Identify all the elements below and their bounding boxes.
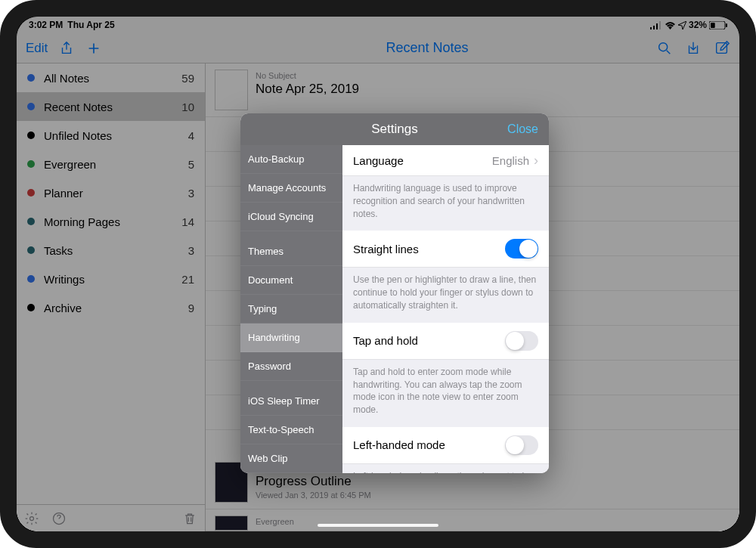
sidebar-item[interactable]: Evergreen5 (17, 150, 205, 178)
straight-lines-cell: Straight lines (342, 231, 549, 268)
svg-rect-1 (653, 26, 655, 29)
share-icon[interactable] (58, 40, 75, 57)
settings-nav-item[interactable]: Auto-Backup (240, 145, 342, 174)
status-date: Thu Apr 25 (67, 20, 114, 30)
cellular-icon (650, 21, 662, 29)
modal-header: Settings Close (240, 113, 549, 145)
sidebar-item[interactable]: All Notes59 (17, 63, 205, 92)
sidebar-item-count: 3 (188, 187, 194, 200)
settings-nav-item[interactable]: Handwriting (240, 324, 342, 352)
add-icon[interactable] (85, 40, 102, 57)
sidebar-item[interactable]: Morning Pages14 (17, 207, 205, 236)
folder-dot-icon (27, 160, 35, 168)
sidebar-item[interactable]: Tasks3 (17, 236, 205, 265)
settings-nav-item[interactable]: iOS Sleep Timer (240, 387, 342, 416)
status-bar: 3:02 PM Thu Apr 25 32% (17, 17, 739, 33)
note-category: No Subject (256, 71, 359, 80)
settings-nav-item[interactable]: Password (240, 352, 342, 381)
sidebar-item[interactable]: Planner3 (17, 178, 205, 207)
battery-icon (709, 21, 727, 29)
compose-icon[interactable] (714, 40, 730, 57)
settings-nav-item[interactable]: Themes (240, 237, 342, 266)
settings-nav-item[interactable]: Manage Accounts (240, 174, 342, 203)
language-cell[interactable]: Language English › (342, 145, 549, 176)
note-category: Evergreen (256, 517, 294, 526)
folder-dot-icon (27, 218, 35, 225)
home-indicator[interactable] (318, 524, 438, 527)
straight-lines-toggle[interactable] (505, 239, 538, 259)
settings-nav-item[interactable]: Text-to-Speech (240, 416, 342, 444)
location-icon (678, 21, 686, 29)
sidebar-item-label: Tasks (44, 244, 179, 257)
sidebar-item-label: All Notes (44, 72, 172, 85)
sidebar-item-label: Morning Pages (44, 215, 172, 228)
left-handed-cell: Left-handed mode (342, 427, 549, 464)
chevron-right-icon: › (534, 153, 538, 167)
gear-icon[interactable] (24, 511, 39, 526)
sidebar-item-count: 4 (188, 129, 194, 142)
sidebar-item-count: 3 (188, 244, 194, 257)
svg-rect-0 (650, 27, 652, 29)
sidebar-item-count: 21 (181, 273, 194, 286)
svg-rect-5 (711, 23, 715, 28)
settings-modal: Settings Close Auto-BackupManage Account… (240, 113, 549, 473)
sidebar-item-count: 10 (181, 101, 194, 113)
wifi-icon (665, 21, 676, 29)
note-thumbnail (215, 70, 248, 110)
close-button[interactable]: Close (507, 122, 538, 136)
sidebar-item-count: 59 (181, 72, 194, 85)
svg-point-9 (30, 516, 34, 520)
folder-dot-icon (27, 103, 35, 110)
sidebar: All Notes59Recent Notes10Unfiled Notes4E… (17, 63, 206, 531)
note-row[interactable]: Evergreen (206, 509, 739, 531)
note-title: Progress Outline (256, 474, 371, 489)
folder-dot-icon (27, 132, 35, 139)
note-row[interactable]: No Subject Note Apr 25, 2019 (206, 63, 739, 117)
battery-percent: 32% (689, 20, 707, 30)
note-title: Note Apr 25, 2019 (256, 82, 359, 97)
search-icon[interactable] (656, 40, 673, 57)
left-handed-toggle[interactable] (505, 435, 538, 455)
left-handed-footer: Left-handed mode allows the palm rest to… (342, 464, 549, 473)
status-right: 32% (650, 20, 727, 30)
trash-icon[interactable] (182, 511, 197, 526)
page-title: Recent Notes (206, 40, 649, 56)
tap-hold-footer: Tap and hold to enter zoom mode while ha… (342, 360, 549, 427)
inbox-icon[interactable] (685, 40, 702, 57)
sidebar-item-label: Unfiled Notes (44, 129, 179, 142)
folder-dot-icon (27, 74, 35, 82)
sidebar-item-label: Evergreen (44, 158, 179, 171)
sidebar-item[interactable]: Unfiled Notes4 (17, 121, 205, 150)
straight-lines-footer: Use the pen or highlighter to draw a lin… (342, 268, 549, 322)
svg-rect-3 (659, 21, 661, 29)
sidebar-item[interactable]: Recent Notes10 (17, 92, 205, 121)
sidebar-item-label: Planner (44, 187, 179, 200)
sidebar-item[interactable]: Writings21 (17, 265, 205, 293)
sidebar-item-label: Archive (44, 302, 179, 314)
sidebar-item-count: 9 (188, 302, 194, 314)
settings-nav: Auto-BackupManage AccountsiCloud Syncing… (240, 145, 342, 473)
sidebar-footer (17, 504, 205, 531)
tap-hold-toggle[interactable] (505, 331, 538, 351)
tap-hold-cell: Tap and hold (342, 323, 549, 360)
settings-nav-item[interactable]: Document (240, 266, 342, 295)
sidebar-item-label: Writings (44, 273, 172, 286)
folder-dot-icon (27, 275, 35, 283)
toolbar: Edit Recent Notes (17, 33, 739, 63)
sidebar-item-count: 5 (188, 158, 194, 171)
status-time: 3:02 PM (29, 20, 63, 30)
settings-nav-item[interactable]: Typing (240, 295, 342, 324)
settings-nav-item[interactable]: iCloud Syncing (240, 203, 342, 231)
sidebar-item[interactable]: Archive9 (17, 293, 205, 322)
help-icon[interactable] (51, 511, 67, 526)
sidebar-item-label: Recent Notes (44, 101, 172, 113)
note-thumbnail (215, 515, 248, 531)
folder-dot-icon (27, 189, 35, 197)
svg-point-7 (659, 42, 668, 51)
edit-button[interactable]: Edit (26, 41, 48, 56)
folder-dot-icon (27, 246, 35, 254)
settings-nav-item[interactable]: Web Clip (240, 444, 342, 473)
svg-rect-6 (726, 23, 727, 27)
language-footer: Handwriting language is used to improve … (342, 176, 549, 231)
settings-pane[interactable]: Language English › Handwriting language … (342, 145, 549, 473)
